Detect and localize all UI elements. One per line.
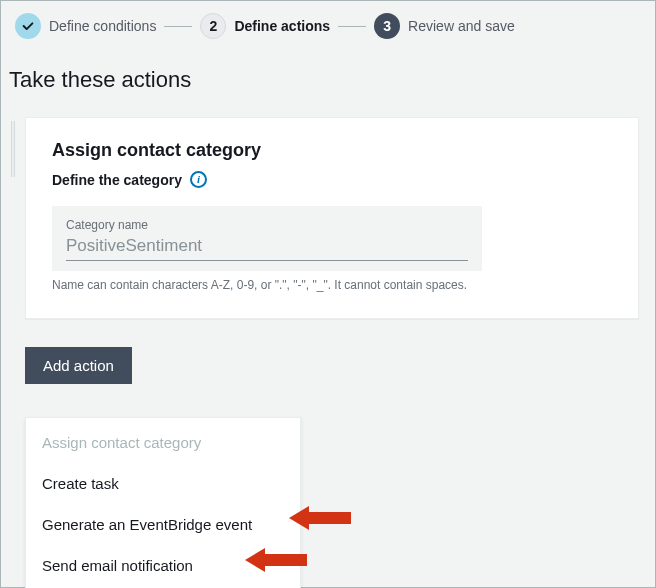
- input-label: Category name: [66, 218, 468, 232]
- step-define-conditions[interactable]: Define conditions: [15, 13, 156, 39]
- check-icon: [15, 13, 41, 39]
- step-number: 2: [200, 13, 226, 39]
- input-hint: Name can contain characters A-Z, 0-9, or…: [52, 277, 482, 294]
- annotation-arrow: [289, 506, 351, 530]
- card-title: Assign contact category: [52, 140, 612, 161]
- action-card-assign-category: Assign contact category Define the categ…: [25, 117, 639, 319]
- step-label: Review and save: [408, 18, 515, 34]
- timeline-rail: [11, 121, 15, 177]
- card-subtitle: Define the category: [52, 172, 182, 188]
- step-define-actions[interactable]: 2 Define actions: [200, 13, 330, 39]
- menu-item-create-task[interactable]: Create task: [26, 463, 300, 504]
- wizard-stepper: Define conditions 2 Define actions 3 Rev…: [1, 1, 655, 49]
- step-divider: [164, 26, 192, 27]
- category-name-input[interactable]: [66, 234, 468, 261]
- page-title: Take these actions: [1, 49, 655, 103]
- step-review-save[interactable]: 3 Review and save: [374, 13, 515, 39]
- step-label: Define conditions: [49, 18, 156, 34]
- add-action-button[interactable]: Add action: [25, 347, 132, 384]
- annotation-arrow: [245, 548, 307, 572]
- step-divider: [338, 26, 366, 27]
- step-label: Define actions: [234, 18, 330, 34]
- category-name-field-block: Category name: [52, 206, 482, 271]
- step-number: 3: [374, 13, 400, 39]
- menu-item-assign-category: Assign contact category: [26, 422, 300, 463]
- info-icon[interactable]: i: [190, 171, 207, 188]
- menu-item-eventbridge[interactable]: Generate an EventBridge event: [26, 504, 300, 545]
